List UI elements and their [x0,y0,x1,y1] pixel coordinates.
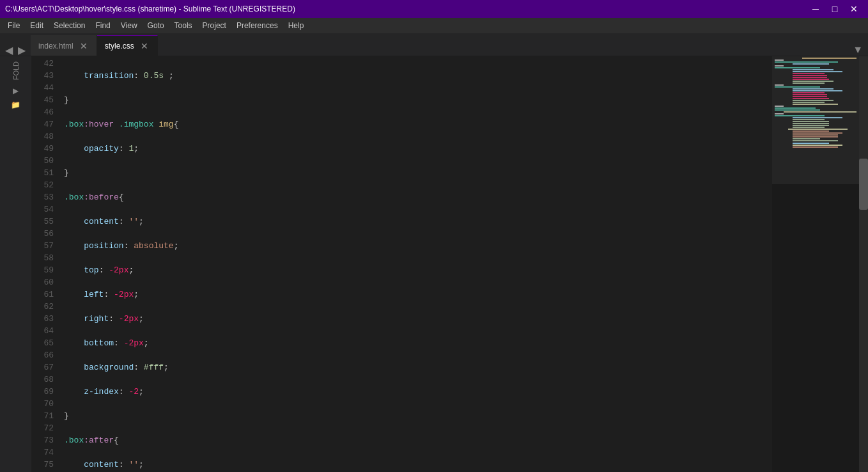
minimap[interactable] [772,56,868,472]
minimap-content [772,56,868,472]
line-numbers: 42 43 44 45 46 47 48 49 50 51 52 53 54 5… [32,56,59,472]
tab-index-html[interactable]: index.html ✕ [31,35,97,56]
tabs-right: ▼ [853,44,868,56]
menu-edit[interactable]: Edit [25,18,49,33]
menu-bar: File Edit Selection Find View Goto Tools… [0,18,868,33]
window-title: C:\Users\ACT\Desktop\hover\style.css (sh… [5,4,295,13]
window-controls: ─ □ ✕ [807,3,863,15]
minimap-scrollbar[interactable] [859,56,868,472]
menu-help[interactable]: Help [283,18,309,33]
code-content[interactable]: transition: 0.5s ; } .box:hover .imgbox … [59,56,772,472]
minimize-button[interactable]: ─ [807,3,825,15]
tab-list-button[interactable]: ▼ [853,44,863,56]
menu-goto[interactable]: Goto [143,18,169,33]
sidebar-folder-btn[interactable]: 📁 [10,99,22,111]
tabs-navigation: ◀ ▶ [0,45,31,56]
tab-label-style-css: style.css [105,42,134,51]
tabs-container: index.html ✕ style.css ✕ [31,35,853,56]
editor-area[interactable]: 42 43 44 45 46 47 48 49 50 51 52 53 54 5… [32,56,868,472]
menu-file[interactable]: File [3,18,25,33]
maximize-button[interactable]: □ [826,3,844,15]
menu-view[interactable]: View [116,18,143,33]
scrollbar-thumb[interactable] [859,159,868,210]
menu-find[interactable]: Find [90,18,115,33]
fold-label: FOLD [12,59,20,83]
menu-tools[interactable]: Tools [169,18,198,33]
tabs-prev-button[interactable]: ◀ [3,45,15,56]
tab-close-index-html[interactable]: ✕ [79,41,89,51]
menu-project[interactable]: Project [198,18,231,33]
tab-close-style-css[interactable]: ✕ [139,41,150,51]
menu-preferences[interactable]: Preferences [231,18,283,33]
tabs-area: ◀ ▶ index.html ✕ style.css ✕ ▼ [0,33,868,56]
main-content: FOLD ▶ 📁 42 43 44 45 46 47 48 49 50 51 5… [0,56,868,472]
tab-label-index-html: index.html [38,42,74,51]
close-button[interactable]: ✕ [845,3,863,15]
menu-selection[interactable]: Selection [49,18,90,33]
sidebar: FOLD ▶ 📁 [0,56,32,472]
tab-style-css[interactable]: style.css ✕ [97,35,158,56]
tabs-next-button[interactable]: ▶ [15,45,28,56]
sidebar-expand-btn[interactable]: ▶ [12,85,20,97]
title-bar: C:\Users\ACT\Desktop\hover\style.css (sh… [0,0,868,18]
